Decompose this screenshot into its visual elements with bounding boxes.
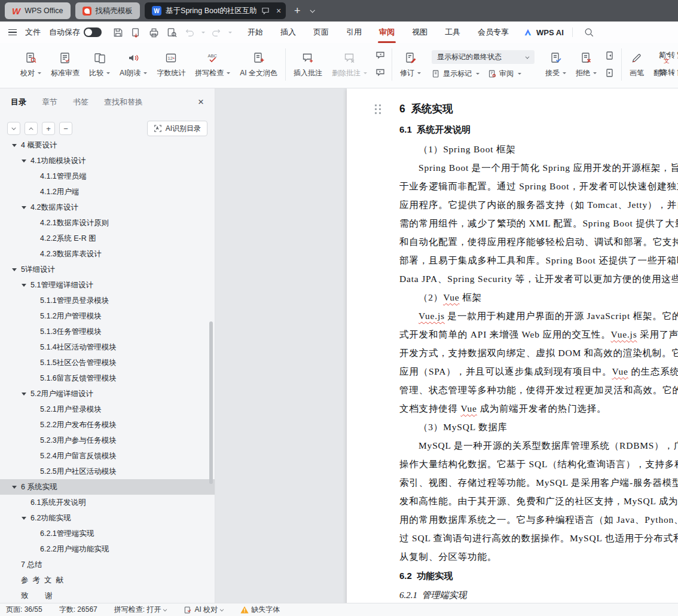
tab-tools[interactable]: 工具 bbox=[445, 27, 460, 38]
spell-check-button[interactable]: ABC 拼写检查 bbox=[190, 45, 235, 84]
outline-item[interactable]: 5.2.3用户参与任务模块 bbox=[0, 433, 215, 448]
outline-item[interactable]: 6.2功能实现 bbox=[0, 510, 215, 526]
next-change-button[interactable] bbox=[603, 67, 617, 79]
autosave-toggle[interactable] bbox=[84, 27, 102, 37]
zoom-out-outline-button[interactable]: − bbox=[59, 122, 72, 135]
compare-button[interactable]: 比较 bbox=[84, 45, 115, 84]
wps-ai-button[interactable]: WPS AI bbox=[523, 27, 564, 37]
print-button[interactable] bbox=[146, 25, 161, 39]
outline-item[interactable]: 5.2.1用户登录模块 bbox=[0, 402, 215, 417]
ai-recognize-toc-button[interactable]: AI识别目录 bbox=[147, 121, 207, 136]
new-tab-button[interactable]: + bbox=[291, 5, 304, 17]
expand-triangle-icon[interactable] bbox=[12, 486, 17, 489]
sidebar-tab-chapters[interactable]: 章节 bbox=[42, 97, 57, 108]
close-tab-icon[interactable]: × bbox=[276, 6, 281, 16]
outline-item[interactable]: 5.1.1管理员登录模块 bbox=[0, 293, 215, 308]
outline-item[interactable]: 7 总结 bbox=[0, 557, 215, 572]
prev-change-button[interactable] bbox=[603, 50, 617, 62]
outline-item[interactable]: 5.1.6留言反馈管理模块 bbox=[0, 370, 215, 386]
expand-triangle-icon[interactable] bbox=[12, 268, 17, 271]
status-spellcheck[interactable]: 拼写检查: 打开 bbox=[114, 605, 167, 615]
sidebar-tab-toc[interactable]: 目录 bbox=[11, 97, 26, 108]
outline-item[interactable]: 5详细设计 bbox=[0, 262, 215, 277]
close-sidebar-icon[interactable]: × bbox=[198, 96, 204, 108]
zoom-in-outline-button[interactable]: + bbox=[42, 122, 55, 135]
document-page[interactable]: 6 系统实现6.1 系统开发说明（1）Spring Boot 框架Spring … bbox=[347, 88, 678, 603]
outline-item[interactable]: 5.1管理端详细设计 bbox=[0, 277, 215, 293]
outline-item[interactable]: 6.2.2用户端功能实现 bbox=[0, 541, 215, 557]
document-content[interactable]: 6 系统实现6.1 系统开发说明（1）Spring Boot 框架Spring … bbox=[347, 88, 678, 603]
save-button[interactable] bbox=[110, 25, 126, 39]
show-markup-dropdown[interactable]: 显示标记 bbox=[432, 69, 480, 79]
sidebar-scrollbar[interactable] bbox=[209, 321, 213, 484]
document-area[interactable]: 6 系统实现6.1 系统开发说明（1）Spring Boot 框架Spring … bbox=[215, 88, 678, 603]
outline-item[interactable]: 4 概要设计 bbox=[0, 137, 215, 153]
outline-item[interactable]: 4.1.1管理员端 bbox=[0, 168, 215, 184]
expand-triangle-icon[interactable] bbox=[22, 284, 26, 287]
status-page-number[interactable]: 页面: 36/55 bbox=[6, 605, 42, 615]
file-menu[interactable]: 文件 bbox=[8, 27, 41, 38]
traditional-to-simplified-button[interactable]: 繁转简 bbox=[659, 68, 678, 78]
export-button[interactable] bbox=[128, 25, 143, 39]
outline-item[interactable]: 5.1.2用户管理模块 bbox=[0, 308, 215, 324]
status-missing-font[interactable]: 缺失字体 bbox=[240, 605, 280, 615]
outline-item[interactable]: 致 谢 bbox=[0, 588, 215, 603]
tab-view[interactable]: 视图 bbox=[412, 27, 427, 38]
proofread-button[interactable]: 校对 bbox=[16, 45, 46, 84]
outline-item[interactable]: 4.2.1数据库设计原则 bbox=[0, 215, 215, 231]
markup-state-select[interactable]: 显示标记的最终状态 bbox=[432, 50, 535, 64]
expand-triangle-icon[interactable] bbox=[22, 393, 26, 396]
tab-reference[interactable]: 引用 bbox=[346, 27, 362, 38]
outline-item[interactable]: 6.1系统开发说明 bbox=[0, 495, 215, 510]
pen-button[interactable]: 画笔 bbox=[625, 45, 649, 84]
tab-page[interactable]: 页面 bbox=[313, 27, 329, 38]
tab-current-document[interactable]: W 基于Spring Boot的社区互助 × bbox=[145, 2, 286, 19]
expand-triangle-icon[interactable] bbox=[22, 206, 26, 209]
autosave-control[interactable]: 自动保存 bbox=[49, 27, 102, 38]
expand-triangle-icon[interactable] bbox=[22, 517, 26, 520]
ai-read-button[interactable]: AI朗读 bbox=[115, 45, 152, 84]
next-comment-button[interactable] bbox=[373, 67, 387, 79]
tab-list-chevron-icon[interactable] bbox=[310, 8, 314, 13]
track-changes-button[interactable]: 修订 bbox=[395, 45, 426, 84]
expand-all-button[interactable] bbox=[7, 122, 20, 135]
outline-item[interactable]: 6 系统实现 bbox=[0, 479, 215, 495]
comment-bubble-icon[interactable] bbox=[261, 7, 270, 15]
tab-home[interactable]: 开始 bbox=[248, 27, 263, 38]
outline-item[interactable]: 5.1.5社区公告管理模块 bbox=[0, 355, 215, 370]
outline-item[interactable]: 4.2.2系统 E-R 图 bbox=[0, 231, 215, 246]
outline-item[interactable]: 5.2.2用户发布任务模块 bbox=[0, 417, 215, 433]
sidebar-tab-bookmarks[interactable]: 书签 bbox=[73, 97, 88, 108]
outline-item[interactable]: 4.2.3数据库表设计 bbox=[0, 246, 215, 262]
search-button[interactable] bbox=[581, 25, 597, 39]
prev-comment-button[interactable] bbox=[373, 50, 387, 62]
status-word-count[interactable]: 字数: 26567 bbox=[59, 605, 97, 615]
outline-item[interactable]: 4.1.2用户端 bbox=[0, 184, 215, 200]
tab-member[interactable]: 会员专享 bbox=[478, 27, 509, 38]
expand-triangle-icon[interactable] bbox=[12, 144, 17, 147]
status-ai-proofread[interactable]: AI 校对 bbox=[184, 605, 224, 615]
ai-polish-button[interactable]: AI 全文润色 bbox=[235, 45, 282, 84]
sidebar-tab-find-replace[interactable]: 查找和替换 bbox=[104, 97, 143, 108]
expand-triangle-icon[interactable] bbox=[22, 160, 26, 163]
outline-item[interactable]: 5.2.5用户社区活动模块 bbox=[0, 464, 215, 479]
collapse-all-button[interactable] bbox=[25, 122, 38, 135]
reviewers-dropdown[interactable]: 审阅 bbox=[488, 69, 521, 79]
outline-item[interactable]: 4.2数据库设计 bbox=[0, 200, 215, 215]
outline-item[interactable]: 参 考 文 献 bbox=[0, 572, 215, 588]
outline-item[interactable]: 6.2.1管理端实现 bbox=[0, 526, 215, 541]
tab-template-site[interactable]: 找稿壳模板 bbox=[75, 2, 141, 19]
reject-button[interactable]: 拒绝 bbox=[571, 45, 601, 84]
simplified-to-traditional-button[interactable]: 简转繁 bbox=[659, 50, 678, 60]
insert-comment-button[interactable]: 插入批注 bbox=[289, 45, 327, 84]
tab-wps-office[interactable]: W WPS Office bbox=[5, 2, 71, 19]
outline-item[interactable]: 4.1功能模块设计 bbox=[0, 153, 215, 168]
standard-review-button[interactable]: 标准审查 bbox=[46, 45, 84, 84]
tab-insert[interactable]: 插入 bbox=[280, 27, 296, 38]
print-preview-button[interactable] bbox=[164, 25, 179, 39]
outline-item[interactable]: 5.1.4社区活动管理模块 bbox=[0, 339, 215, 355]
tab-review[interactable]: 审阅 bbox=[379, 27, 395, 38]
outline-item[interactable]: 5.2用户端详细设计 bbox=[0, 386, 215, 402]
outline-item[interactable]: 5.2.4用户留言反馈模块 bbox=[0, 448, 215, 464]
paragraph-drag-handle-icon[interactable] bbox=[374, 103, 382, 114]
